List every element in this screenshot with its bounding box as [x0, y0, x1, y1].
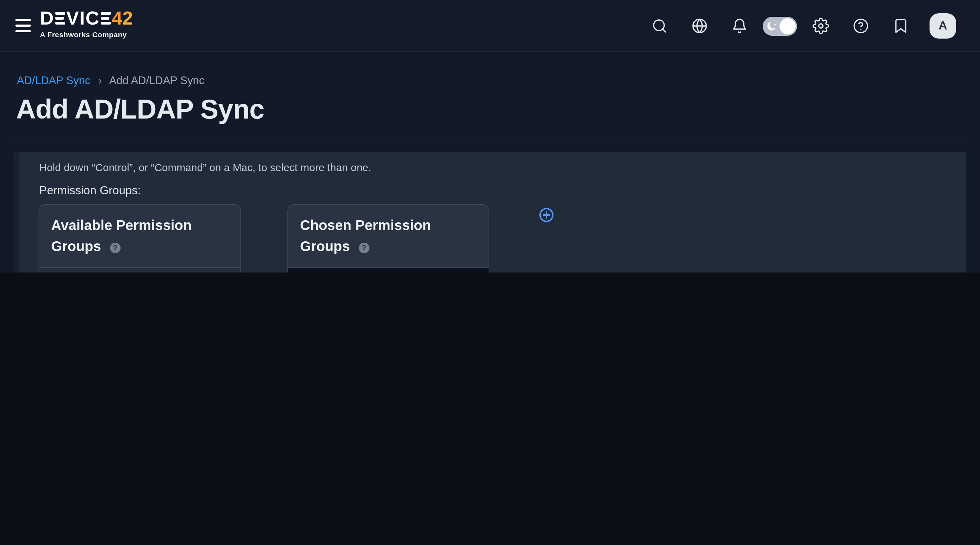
notifications-bell-icon[interactable] — [731, 18, 748, 34]
hamburger-menu-icon[interactable] — [16, 19, 31, 32]
avatar-initial: A — [939, 19, 947, 33]
breadcrumb-link-adldap-sync[interactable]: AD/LDAP Sync — [17, 74, 91, 86]
avatar[interactable]: A — [929, 13, 956, 38]
top-bar: D V I C 42 A Freshworks Company — [0, 0, 980, 52]
brand-letter: I — [80, 8, 86, 28]
breadcrumb-separator: › — [98, 74, 102, 86]
chosen-permission-groups-card: Chosen Permission Groups ? Demo Secret A… — [287, 204, 489, 272]
chosen-option[interactable]: Demo Secret Admin — [288, 270, 488, 272]
search-icon[interactable] — [651, 18, 668, 34]
form-panel: Hold down “Control”, or “Command” on a M… — [14, 152, 966, 272]
available-card-title: Available Permission Groups — [51, 217, 192, 254]
chosen-card-header: Chosen Permission Groups ? — [288, 205, 488, 268]
available-permission-groups-card: Available Permission Groups ? Prod Syste… — [38, 204, 241, 272]
permission-groups-label: Permission Groups: — [39, 184, 141, 197]
brand-tagline: A Freshworks Company — [40, 30, 133, 38]
app-root: D V I C 42 A Freshworks Company — [0, 0, 980, 272]
moon-icon — [766, 20, 780, 33]
brand-letter: D — [40, 8, 54, 28]
breadcrumb: AD/LDAP Sync › Add AD/LDAP Sync — [17, 74, 204, 87]
brand-letter: C — [86, 8, 100, 28]
settings-gear-icon[interactable] — [813, 18, 829, 34]
brand-wordmark: D V I C 42 — [40, 8, 133, 28]
brand-logo[interactable]: D V I C 42 A Freshworks Company — [40, 8, 133, 38]
breadcrumb-current: Add AD/LDAP Sync — [109, 74, 205, 86]
brand-letter: V — [66, 8, 80, 28]
panel-scrollbar[interactable] — [14, 152, 19, 272]
globe-icon[interactable] — [691, 18, 708, 34]
brand-letter-e-bars — [100, 12, 110, 25]
chosen-help-icon[interactable]: ? — [359, 243, 369, 253]
bookmark-icon[interactable] — [892, 18, 909, 34]
help-icon[interactable] — [853, 18, 869, 34]
theme-toggle-knob — [780, 18, 795, 34]
brand-letter-e-bars — [55, 12, 65, 25]
theme-toggle[interactable] — [763, 17, 797, 36]
available-filter-block — [39, 268, 240, 272]
multiselect-hint: Hold down “Control”, or “Command” on a M… — [39, 161, 371, 173]
available-help-icon[interactable]: ? — [110, 243, 120, 253]
brand-accent-42: 42 — [112, 8, 133, 28]
available-card-header: Available Permission Groups ? — [39, 205, 240, 268]
divider-top — [14, 142, 966, 142]
add-permission-group-icon[interactable] — [538, 207, 555, 223]
chosen-options-list: Demo Secret Admin IPAM Administrator IPA… — [288, 268, 488, 272]
page-title: Add AD/LDAP Sync — [16, 94, 264, 125]
